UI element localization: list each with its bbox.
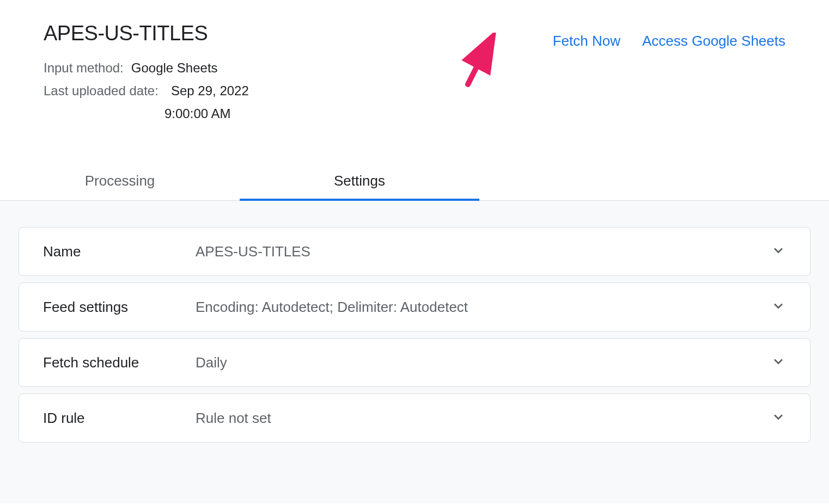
settings-panel: Name APES-US-TITLES Feed settings Encodi… (0, 201, 829, 503)
chevron-down-icon (771, 243, 786, 260)
setting-label: Fetch schedule (43, 354, 196, 371)
chevron-down-icon (771, 409, 786, 427)
last-uploaded-label: Last uploaded date: (44, 83, 163, 99)
setting-value: Rule not set (196, 410, 771, 427)
input-method-label: Input method: (44, 60, 124, 76)
tab-processing[interactable]: Processing (0, 162, 240, 200)
setting-label: Name (43, 243, 196, 260)
input-method-row: Input method: Google Sheets (44, 60, 553, 76)
chevron-down-icon (771, 298, 786, 316)
setting-label: Feed settings (43, 299, 196, 316)
setting-row-idrule[interactable]: ID rule Rule not set (19, 394, 810, 442)
setting-row-schedule[interactable]: Fetch schedule Daily (19, 338, 810, 387)
setting-value: Encoding: Autodetect; Delimiter: Autodet… (196, 299, 771, 316)
header-info: APES-US-TITLES Input method: Google Shee… (44, 22, 553, 129)
fetch-now-button[interactable]: Fetch Now (553, 33, 620, 50)
last-uploaded-date: Sep 29, 2022 (171, 83, 249, 99)
setting-value: Daily (196, 354, 771, 371)
last-uploaded-time: 9:00:00 AM (164, 106, 230, 121)
page-title: APES-US-TITLES (44, 22, 553, 45)
last-uploaded-row: Last uploaded date: Sep 29, 2022 (44, 83, 553, 99)
page-header: APES-US-TITLES Input method: Google Shee… (0, 0, 829, 129)
setting-row-feed[interactable]: Feed settings Encoding: Autodetect; Deli… (19, 282, 810, 331)
input-method-value: Google Sheets (131, 60, 218, 76)
last-uploaded-time-row: 9:00:00 AM (44, 106, 553, 121)
access-sheets-button[interactable]: Access Google Sheets (642, 33, 785, 50)
setting-value: APES-US-TITLES (196, 243, 771, 260)
setting-row-name[interactable]: Name APES-US-TITLES (19, 227, 810, 276)
setting-label: ID rule (43, 410, 196, 427)
tab-settings[interactable]: Settings (240, 162, 479, 200)
chevron-down-icon (771, 354, 786, 371)
tabs: Processing Settings (0, 162, 829, 201)
header-actions: Fetch Now Access Google Sheets (553, 22, 785, 50)
